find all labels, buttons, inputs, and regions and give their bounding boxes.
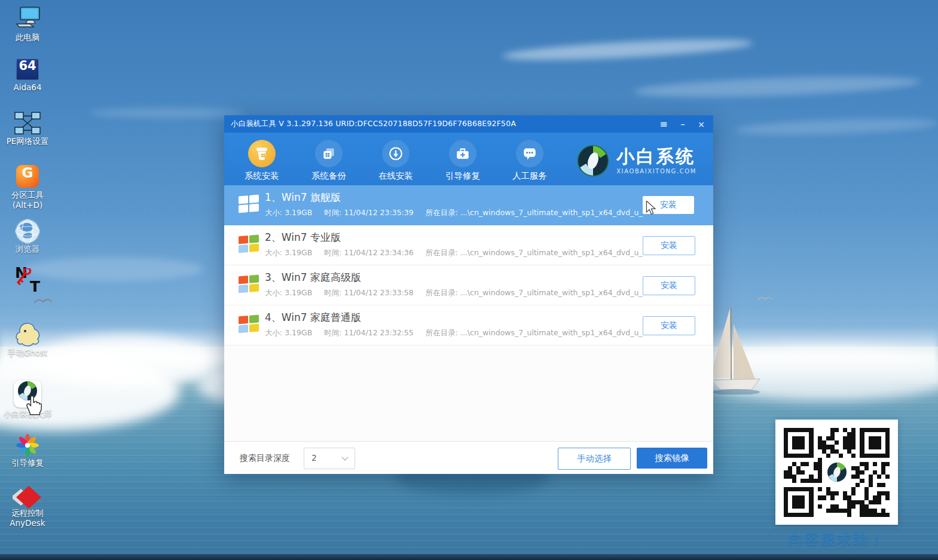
search-depth-value: 2 bbox=[311, 453, 317, 463]
nav-tab-online-install[interactable]: 在线安装 bbox=[367, 140, 424, 182]
nt-key-icon: N T bbox=[14, 267, 41, 293]
desktop-icon-this-pc[interactable]: 此电脑 bbox=[0, 6, 55, 31]
pinwheel-icon bbox=[14, 433, 41, 458]
window-title: 小白装机工具 V 3.1.297.136 URID:DFCC5207188D57… bbox=[224, 119, 516, 129]
qr-caption: 向客服求助！ bbox=[775, 530, 898, 549]
xiaobai-logo-icon bbox=[577, 145, 609, 177]
search-image-button[interactable]: 搜索镜像 bbox=[637, 448, 707, 469]
row-time: 时间: 11/04/12 23:35:39 bbox=[324, 208, 413, 217]
row-meta: 大小: 3.19GB时间: 11/04/12 23:33:58所在目录: ...… bbox=[265, 288, 655, 298]
list-row-win7-ultimate[interactable]: 1、Win7 旗舰版 大小: 3.19GB时间: 11/04/12 23:35:… bbox=[224, 185, 713, 225]
row-title: 4、Win7 家庭普通版 bbox=[265, 311, 361, 325]
row-size: 大小: 3.19GB bbox=[265, 328, 312, 337]
xiaobai-logo-icon bbox=[826, 461, 848, 483]
window-titlebar[interactable]: 小白装机工具 V 3.1.297.136 URID:DFCC5207188D57… bbox=[224, 115, 713, 133]
nav-tab-label: 在线安装 bbox=[367, 170, 424, 182]
cloud-wisp bbox=[90, 108, 245, 118]
nav-tab-system-backup[interactable]: 系统备份 bbox=[300, 140, 358, 182]
computer-icon bbox=[13, 6, 42, 29]
row-dir: 所在目录: ...\cn_windows_7_ultimate_with_sp1… bbox=[426, 328, 643, 337]
list-row-win7-home-premium[interactable]: 3、Win7 家庭高级版 大小: 3.19GB时间: 11/04/12 23:3… bbox=[224, 265, 713, 305]
desktop-icon-boot-repair[interactable]: 引导修复 bbox=[0, 433, 55, 460]
row-time: 时间: 11/04/12 23:33:58 bbox=[324, 288, 413, 297]
aida64-icon: 64 bbox=[16, 59, 39, 80]
desktop-icon-label2: AnyDesk bbox=[0, 518, 60, 528]
desktop-icon-manual-ghost[interactable]: 手动Ghost bbox=[0, 322, 55, 350]
windows-flag-icon bbox=[239, 235, 259, 255]
image-list: 1、Win7 旗舰版 大小: 3.19GB时间: 11/04/12 23:35:… bbox=[224, 185, 713, 441]
install-button[interactable]: 安装 bbox=[643, 236, 695, 255]
brand-area: 小白系统 XIAOBAIXITONG.COM bbox=[577, 145, 696, 177]
nav-tab-label: 引导修复 bbox=[434, 170, 491, 182]
globe-icon bbox=[14, 218, 41, 245]
desktop-icon-partition-tool[interactable]: G 分区工具 (Alt+D) bbox=[0, 165, 55, 188]
sailboat bbox=[707, 305, 762, 394]
desktop-icon-label: Aida64 bbox=[0, 82, 60, 93]
search-depth-label: 搜索目录深度 bbox=[240, 453, 290, 464]
anydesk-icon bbox=[13, 485, 42, 509]
qr-help-panel bbox=[775, 420, 898, 525]
network-icon bbox=[13, 111, 42, 135]
menu-icon[interactable]: ≡ bbox=[653, 115, 674, 133]
row-time: 时间: 11/04/12 23:34:36 bbox=[324, 248, 413, 257]
close-icon[interactable]: × bbox=[692, 115, 711, 133]
search-depth-select[interactable]: 2 bbox=[304, 448, 355, 469]
chat-support-icon bbox=[516, 140, 543, 167]
nav-tab-label: 系统安装 bbox=[233, 170, 291, 182]
list-row-win7-professional[interactable]: 2、Win7 专业版 大小: 3.19GB时间: 11/04/12 23:34:… bbox=[224, 225, 713, 265]
desktop-icon-browser[interactable]: 浏览器 bbox=[0, 218, 55, 247]
row-title: 2、Win7 专业版 bbox=[265, 231, 341, 244]
nav-tab-label: 系统备份 bbox=[300, 170, 358, 182]
row-size: 大小: 3.19GB bbox=[265, 208, 312, 217]
list-row-win7-home-basic[interactable]: 4、Win7 家庭普通版 大小: 3.19GB时间: 11/04/12 23:3… bbox=[224, 305, 713, 345]
row-meta: 大小: 3.19GB时间: 11/04/12 23:34:36所在目录: ...… bbox=[265, 248, 655, 258]
qr-center-logo bbox=[824, 459, 850, 485]
nav-tab-system-install[interactable]: 系统安装 bbox=[233, 140, 291, 182]
nav-tab-boot-repair[interactable]: 引导修复 bbox=[434, 140, 491, 182]
bird-icon bbox=[757, 294, 775, 302]
row-time: 时间: 11/04/12 23:32:55 bbox=[324, 328, 413, 337]
row-dir: 所在目录: ...\cn_windows_7_ultimate_with_sp1… bbox=[426, 248, 643, 257]
desktop-icon-label: 此电脑 bbox=[0, 32, 60, 42]
diskgenius-icon: G bbox=[16, 165, 39, 188]
install-button[interactable]: 安装 bbox=[643, 276, 695, 295]
nav-tab-label: 人工服务 bbox=[501, 170, 558, 182]
online-install-icon bbox=[382, 140, 410, 167]
windows-flag-icon bbox=[239, 275, 259, 295]
brand-name: 小白系统 bbox=[616, 147, 696, 166]
nav-tab-human-support[interactable]: 人工服务 bbox=[501, 140, 558, 182]
row-size: 大小: 3.19GB bbox=[265, 248, 312, 257]
install-button[interactable]: 安装 bbox=[643, 316, 695, 335]
row-meta: 大小: 3.19GB时间: 11/04/12 23:32:55所在目录: ...… bbox=[265, 328, 655, 338]
desktop-icon-label: 远程控制 bbox=[0, 508, 60, 518]
windows-flag-icon bbox=[239, 195, 259, 215]
red-key-icon bbox=[16, 268, 39, 292]
desktop-icon-label: 分区工具 bbox=[0, 190, 60, 200]
desktop-icon-label: 引导修复 bbox=[0, 458, 60, 468]
row-meta: 大小: 3.19GB时间: 11/04/12 23:35:39所在目录: ...… bbox=[265, 208, 655, 218]
mouse-arrow-cursor bbox=[644, 201, 658, 215]
desktop-icon-label2: (Alt+D) bbox=[0, 200, 60, 210]
row-size: 大小: 3.19GB bbox=[265, 288, 312, 297]
brand-domain: XIAOBAIXITONG.COM bbox=[616, 168, 696, 175]
desktop-icon-aida64[interactable]: 64 Aida64 bbox=[0, 59, 55, 80]
windows-flag-icon bbox=[239, 315, 259, 335]
hand-cursor bbox=[23, 393, 43, 416]
window-footer: 搜索目录深度 2 手动选择 搜索镜像 bbox=[224, 441, 713, 474]
desktop-icon-nt-password[interactable]: N T bbox=[0, 267, 55, 295]
row-title: 1、Win7 旗舰版 bbox=[265, 191, 341, 204]
desktop: { "desktop": { "icons": [ {"label": "此电脑… bbox=[0, 0, 938, 560]
window-navbar: 系统安装 系统备份 bbox=[224, 133, 713, 185]
row-title: 3、Win7 家庭高级版 bbox=[265, 271, 361, 284]
screen-bottom-edge bbox=[0, 554, 938, 560]
row-dir: 所在目录: ...\cn_windows_7_ultimate_with_sp1… bbox=[426, 288, 643, 297]
cloud bbox=[36, 335, 215, 388]
desktop-icon-anydesk[interactable]: 远程控制 AnyDesk bbox=[0, 485, 55, 512]
manual-select-button[interactable]: 手动选择 bbox=[558, 448, 631, 470]
system-install-icon bbox=[248, 140, 276, 167]
desktop-icon-label: PE网络设置 bbox=[0, 136, 60, 146]
desktop-icon-label: 手动Ghost bbox=[0, 348, 60, 358]
chevron-down-icon bbox=[341, 454, 348, 460]
boot-repair-icon bbox=[449, 140, 476, 167]
desktop-icon-pe-network[interactable]: PE网络设置 bbox=[0, 111, 55, 137]
